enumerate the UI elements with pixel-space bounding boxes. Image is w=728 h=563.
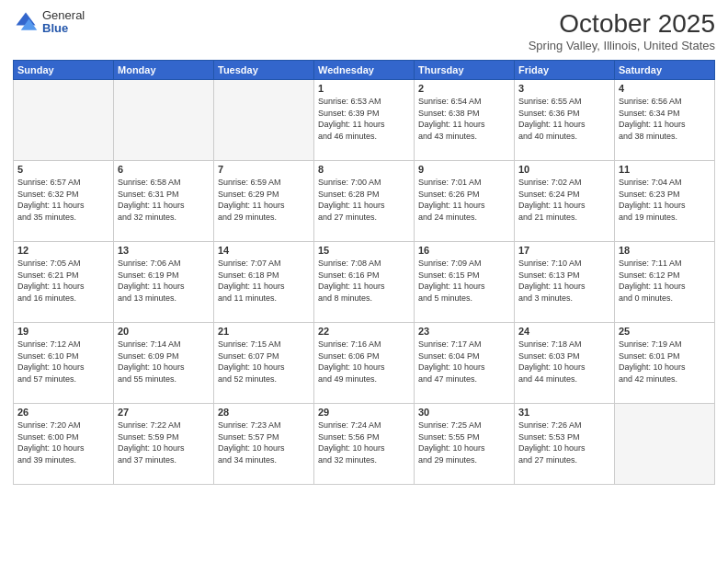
cell-date: 19 [17,326,109,337]
table-row: 12Sunrise: 7:05 AM Sunset: 6:21 PM Dayli… [14,242,114,323]
location-title: Spring Valley, Illinois, United States [529,39,715,52]
cell-info: Sunrise: 6:55 AM Sunset: 6:36 PM Dayligh… [518,96,610,142]
cell-info: Sunrise: 7:10 AM Sunset: 6:13 PM Dayligh… [518,258,610,304]
table-row: 20Sunrise: 7:14 AM Sunset: 6:09 PM Dayli… [114,323,214,404]
table-row: 7Sunrise: 6:59 AM Sunset: 6:29 PM Daylig… [214,161,314,242]
table-row: 9Sunrise: 7:01 AM Sunset: 6:26 PM Daylig… [415,161,515,242]
table-row: 30Sunrise: 7:25 AM Sunset: 5:55 PM Dayli… [415,404,515,485]
cell-info: Sunrise: 6:54 AM Sunset: 6:38 PM Dayligh… [418,96,510,142]
calendar-week-row: 5Sunrise: 6:57 AM Sunset: 6:32 PM Daylig… [14,161,715,242]
cell-info: Sunrise: 7:04 AM Sunset: 6:23 PM Dayligh… [619,177,711,223]
cell-date: 26 [17,407,109,418]
cell-date: 3 [518,83,610,94]
cell-date: 10 [518,164,610,175]
table-row: 29Sunrise: 7:24 AM Sunset: 5:56 PM Dayli… [314,404,415,485]
table-row: 28Sunrise: 7:23 AM Sunset: 5:57 PM Dayli… [214,404,314,485]
cell-info: Sunrise: 7:09 AM Sunset: 6:15 PM Dayligh… [418,258,510,304]
cell-date: 2 [418,83,510,94]
logo-blue-label: Blue [42,22,85,35]
calendar-week-row: 12Sunrise: 7:05 AM Sunset: 6:21 PM Dayli… [14,242,715,323]
table-row: 10Sunrise: 7:02 AM Sunset: 6:24 PM Dayli… [515,161,615,242]
logo-general-label: General [42,9,85,22]
calendar-week-row: 19Sunrise: 7:12 AM Sunset: 6:10 PM Dayli… [14,323,715,404]
table-row: 2Sunrise: 6:54 AM Sunset: 6:38 PM Daylig… [415,80,515,161]
logo: General Blue [13,9,85,36]
col-thursday: Thursday [415,61,515,80]
cell-date: 8 [318,164,410,175]
table-row: 18Sunrise: 7:11 AM Sunset: 6:12 PM Dayli… [615,242,715,323]
cell-info: Sunrise: 7:26 AM Sunset: 5:53 PM Dayligh… [518,419,610,465]
cell-info: Sunrise: 6:53 AM Sunset: 6:39 PM Dayligh… [318,96,410,142]
table-row [114,80,214,161]
cell-date: 13 [118,245,210,256]
cell-info: Sunrise: 7:02 AM Sunset: 6:24 PM Dayligh… [518,177,610,223]
cell-date: 18 [619,245,711,256]
calendar-week-row: 26Sunrise: 7:20 AM Sunset: 6:00 PM Dayli… [14,404,715,485]
cell-info: Sunrise: 7:24 AM Sunset: 5:56 PM Dayligh… [318,419,410,465]
cell-info: Sunrise: 7:16 AM Sunset: 6:06 PM Dayligh… [318,339,410,385]
cell-date: 24 [518,326,610,337]
table-row: 16Sunrise: 7:09 AM Sunset: 6:15 PM Dayli… [415,242,515,323]
table-row [615,404,715,485]
col-sunday: Sunday [14,61,114,80]
cell-date: 25 [619,326,711,337]
logo-text: General Blue [42,9,85,36]
table-row: 8Sunrise: 7:00 AM Sunset: 6:28 PM Daylig… [314,161,415,242]
table-row: 3Sunrise: 6:55 AM Sunset: 6:36 PM Daylig… [515,80,615,161]
table-row: 4Sunrise: 6:56 AM Sunset: 6:34 PM Daylig… [615,80,715,161]
table-row: 26Sunrise: 7:20 AM Sunset: 6:00 PM Dayli… [14,404,114,485]
col-wednesday: Wednesday [314,61,415,80]
cell-info: Sunrise: 6:56 AM Sunset: 6:34 PM Dayligh… [619,96,711,142]
cell-info: Sunrise: 7:01 AM Sunset: 6:26 PM Dayligh… [418,177,510,223]
cell-date: 16 [418,245,510,256]
cell-date: 29 [318,407,410,418]
cell-info: Sunrise: 7:22 AM Sunset: 5:59 PM Dayligh… [118,419,210,465]
table-row: 1Sunrise: 6:53 AM Sunset: 6:39 PM Daylig… [314,80,415,161]
cell-info: Sunrise: 7:20 AM Sunset: 6:00 PM Dayligh… [17,419,109,465]
cell-date: 7 [218,164,310,175]
table-row: 24Sunrise: 7:18 AM Sunset: 6:03 PM Dayli… [515,323,615,404]
cell-info: Sunrise: 6:59 AM Sunset: 6:29 PM Dayligh… [218,177,310,223]
cell-date: 11 [619,164,711,175]
cell-date: 27 [118,407,210,418]
cell-date: 17 [518,245,610,256]
calendar-table: Sunday Monday Tuesday Wednesday Thursday… [13,60,715,485]
table-row: 19Sunrise: 7:12 AM Sunset: 6:10 PM Dayli… [14,323,114,404]
table-row: 31Sunrise: 7:26 AM Sunset: 5:53 PM Dayli… [515,404,615,485]
table-row: 25Sunrise: 7:19 AM Sunset: 6:01 PM Dayli… [615,323,715,404]
cell-info: Sunrise: 7:07 AM Sunset: 6:18 PM Dayligh… [218,258,310,304]
table-row [14,80,114,161]
month-title: October 2025 [529,9,715,39]
cell-date: 22 [318,326,410,337]
cell-info: Sunrise: 7:15 AM Sunset: 6:07 PM Dayligh… [218,339,310,385]
table-row: 17Sunrise: 7:10 AM Sunset: 6:13 PM Dayli… [515,242,615,323]
logo-icon [13,9,39,35]
cell-date: 23 [418,326,510,337]
col-tuesday: Tuesday [214,61,314,80]
cell-info: Sunrise: 7:05 AM Sunset: 6:21 PM Dayligh… [17,258,109,304]
table-row: 21Sunrise: 7:15 AM Sunset: 6:07 PM Dayli… [214,323,314,404]
title-block: October 2025 Spring Valley, Illinois, Un… [529,9,715,52]
cell-date: 28 [218,407,310,418]
table-row: 5Sunrise: 6:57 AM Sunset: 6:32 PM Daylig… [14,161,114,242]
cell-date: 31 [518,407,610,418]
cell-date: 12 [17,245,109,256]
cell-date: 5 [17,164,109,175]
cell-date: 9 [418,164,510,175]
cell-date: 1 [318,83,410,94]
cell-info: Sunrise: 7:23 AM Sunset: 5:57 PM Dayligh… [218,419,310,465]
col-monday: Monday [114,61,214,80]
table-row: 13Sunrise: 7:06 AM Sunset: 6:19 PM Dayli… [114,242,214,323]
page: General Blue October 2025 Spring Valley,… [0,0,728,563]
table-row [214,80,314,161]
cell-info: Sunrise: 7:25 AM Sunset: 5:55 PM Dayligh… [418,419,510,465]
cell-info: Sunrise: 7:17 AM Sunset: 6:04 PM Dayligh… [418,339,510,385]
table-row: 6Sunrise: 6:58 AM Sunset: 6:31 PM Daylig… [114,161,214,242]
cell-info: Sunrise: 7:14 AM Sunset: 6:09 PM Dayligh… [118,339,210,385]
cell-info: Sunrise: 6:57 AM Sunset: 6:32 PM Dayligh… [17,177,109,223]
cell-date: 20 [118,326,210,337]
calendar-header-row: Sunday Monday Tuesday Wednesday Thursday… [14,61,715,80]
calendar-week-row: 1Sunrise: 6:53 AM Sunset: 6:39 PM Daylig… [14,80,715,161]
cell-info: Sunrise: 6:58 AM Sunset: 6:31 PM Dayligh… [118,177,210,223]
cell-info: Sunrise: 7:08 AM Sunset: 6:16 PM Dayligh… [318,258,410,304]
